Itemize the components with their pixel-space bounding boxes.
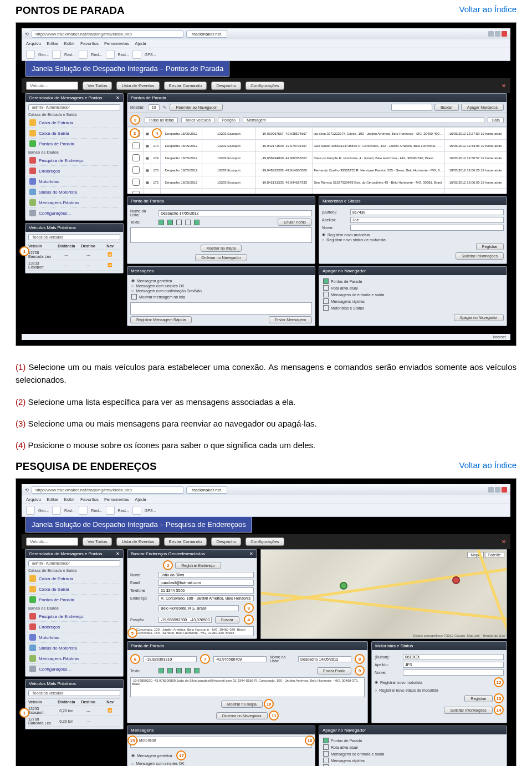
close-icon[interactable]: ✕ — [249, 551, 253, 556]
checkbox[interactable] — [131, 294, 137, 300]
sidebar-item[interactable]: Endereços — [28, 166, 120, 176]
table-row[interactable]: ▦174Despacho 16/05/201213233 Ecosport-19… — [128, 152, 507, 164]
checkbox[interactable] — [323, 278, 329, 284]
checkbox[interactable] — [323, 758, 329, 763]
map-pin-red[interactable] — [452, 576, 460, 584]
back-link-1[interactable]: Voltar ao Índice — [459, 4, 516, 14]
address-input[interactable] — [158, 595, 254, 601]
radio-label[interactable]: Registrar novo motorista — [380, 681, 422, 684]
checkbox[interactable] — [158, 220, 164, 225]
textarea[interactable] — [130, 227, 312, 243]
vehicle-filter-dropdown[interactable]: Todos veículos — [181, 117, 214, 123]
request-info-button[interactable]: Solicitar Informações — [456, 252, 504, 260]
table-row[interactable]: ▦170Despacho 18/05/201213233 Ecosport-19… — [128, 164, 507, 176]
sidebar-item[interactable]: Motoristas — [28, 176, 120, 187]
menu-item[interactable]: Ferramentas — [104, 497, 129, 502]
check-label[interactable]: Rota ativa atual — [331, 745, 358, 749]
checkbox[interactable] — [158, 668, 164, 673]
map-pin-green[interactable] — [340, 582, 347, 590]
name-input[interactable] — [350, 225, 504, 231]
radio-label[interactable]: Registrar novo status de motorista — [379, 688, 438, 692]
nickname-input[interactable] — [350, 217, 504, 223]
menu-item[interactable]: Editar — [47, 497, 58, 502]
bookmark-icon[interactable] — [52, 50, 61, 59]
results-list[interactable]: 5 R. Corcovado, 100 - Jardim América, Be… — [130, 626, 254, 636]
textarea[interactable] — [130, 302, 312, 314]
check-label[interactable]: Mostrar mensagem na tela — [139, 295, 185, 299]
vehicle-row[interactable]: 13233 Ecosport0,26 km---📶 — [28, 706, 120, 716]
toolbar-button[interactable]: Despacho — [211, 82, 241, 90]
page-size-input[interactable]: 10 — [148, 104, 160, 110]
lon-input[interactable] — [213, 656, 267, 662]
close-icon[interactable]: ✕ — [116, 95, 120, 100]
bookmark-icon[interactable] — [52, 506, 61, 515]
list-filter-dropdown[interactable]: Todas as listas — [145, 117, 178, 123]
register-address-button[interactable]: Registrar Endereço — [175, 562, 221, 569]
check-label[interactable]: Mensagens rápidas — [331, 759, 365, 763]
toolbar-button[interactable]: Enviar Comando — [164, 537, 207, 546]
name-input[interactable] — [403, 669, 504, 676]
radio-label[interactable]: Mensagem com confirmação Sim/Não — [136, 289, 202, 293]
checkbox[interactable] — [323, 298, 329, 304]
delete-marked-button[interactable]: Apagar Marcados — [461, 104, 504, 111]
toolbar-button[interactable]: Ver Todos — [83, 537, 112, 546]
bookmark[interactable]: Rast... — [118, 509, 129, 513]
close-icon[interactable]: ✕ — [502, 539, 506, 545]
bookmark[interactable]: GPS... — [145, 53, 156, 57]
search-button[interactable]: Buscar — [434, 104, 459, 111]
radio-label[interactable]: Mensagem genérica — [137, 754, 172, 758]
checkbox[interactable] — [176, 220, 182, 225]
checkbox[interactable] — [167, 668, 173, 673]
menu-item[interactable]: Favoritos — [80, 41, 99, 46]
menu-item[interactable]: Editar — [47, 41, 58, 46]
position-input[interactable] — [158, 617, 212, 623]
sidebar-item[interactable]: Caixa de Entrada — [28, 118, 120, 128]
bookmark-icon[interactable] — [26, 50, 35, 59]
sidebar-item[interactable]: Caixa de Saída — [28, 128, 120, 139]
sidebar-item[interactable]: Pesquisa de Endereço — [28, 155, 120, 166]
checkbox[interactable] — [323, 305, 329, 311]
sidebar-item[interactable]: Pesquisa de Endereço — [28, 611, 120, 622]
bookmark[interactable]: Geo... — [38, 53, 49, 57]
wipe-button[interactable]: Apagar no Navegador — [454, 314, 504, 321]
browser-menu[interactable]: Arquivo Editar Exibir Favoritos Ferramen… — [22, 39, 510, 48]
register-quick-msg-button[interactable]: Registrar Mensagem Rápida — [130, 316, 192, 323]
bookmark-icon[interactable] — [106, 50, 115, 59]
bookmark[interactable]: GPS... — [145, 509, 156, 513]
register-button[interactable]: Registrar — [476, 243, 504, 250]
menu-item[interactable]: Ajuda — [135, 497, 146, 502]
menu-item[interactable]: Exibir — [64, 41, 75, 46]
bookmark[interactable]: Geo... — [38, 509, 49, 513]
menu-item[interactable]: Arquivo — [26, 497, 41, 502]
radio-label[interactable]: Registrar novo motorista — [328, 233, 370, 237]
checkbox[interactable] — [185, 220, 191, 225]
sidebar-item[interactable]: Endereços — [28, 622, 120, 632]
check-label[interactable]: Rota ativa atual — [331, 286, 358, 290]
menu-item[interactable]: Exibir — [64, 497, 75, 502]
menu-item[interactable]: Ferramentas — [104, 41, 129, 46]
map-mode-switch[interactable]: Mapa Satélite — [467, 552, 504, 558]
table-row[interactable]: ▦170Despacho 15/05/201213233 Ecosport-19… — [128, 140, 507, 152]
vehicle-row[interactable]: 12708 Bancada Leo------📶 — [28, 250, 120, 260]
close-icon[interactable]: ✕ — [502, 83, 506, 89]
bookmark-icon[interactable] — [132, 50, 141, 59]
check-label[interactable]: Mensagens de entrada e saída — [331, 752, 385, 756]
check-label[interactable]: Mensagens rápidas — [331, 300, 365, 303]
sidebar-item[interactable]: Caixa de Saída — [28, 584, 120, 595]
search-button[interactable]: Buscar — [215, 616, 239, 623]
textarea[interactable]: -19,93859230 -43,976500800 João da Silva… — [130, 677, 365, 697]
toolbar-button[interactable]: Ver Todos — [83, 82, 112, 90]
close-icon[interactable]: ✕ — [116, 551, 120, 556]
name-input[interactable] — [158, 572, 254, 578]
resend-button[interactable]: Reenviar ao Navegador — [170, 104, 223, 111]
bookmark-icon[interactable] — [79, 50, 88, 59]
vehicle-dropdown[interactable]: Veículo... — [26, 537, 78, 546]
nickname-input[interactable] — [403, 662, 504, 668]
bookmark[interactable]: Rast... — [64, 53, 75, 57]
bookmark[interactable]: Rast... — [91, 53, 102, 57]
table-row[interactable]: ▦172Despacho 16/05/201213233 Ecosport-19… — [128, 189, 507, 194]
toolbar-button[interactable]: Lista de Eventos — [116, 82, 159, 90]
vehicle-dropdown[interactable]: Veículo... — [26, 82, 78, 90]
bookmark[interactable]: Rast... — [91, 509, 102, 513]
map-mode[interactable]: Satélite — [485, 552, 504, 558]
